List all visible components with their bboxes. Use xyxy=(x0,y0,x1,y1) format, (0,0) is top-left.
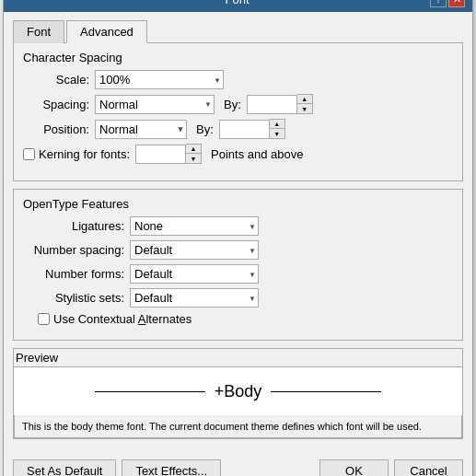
spacing-by-spinner: ▲ ▼ xyxy=(247,94,313,114)
kerning-checkbox-label: Kerning for fonts: xyxy=(23,147,130,161)
spacing-by-label: By: xyxy=(224,98,241,111)
spacing-by-input[interactable] xyxy=(247,95,297,114)
preview-line-left xyxy=(95,391,205,392)
spacing-select[interactable]: Normal Expanded Condensed xyxy=(95,95,215,114)
close-button[interactable]: ✕ xyxy=(448,0,465,7)
scale-label: Scale: xyxy=(23,73,89,87)
contextual-alternates-label: Use Contextual Alternates xyxy=(38,312,192,326)
cancel-button[interactable]: Cancel xyxy=(394,459,463,476)
ligatures-select[interactable]: None Standard Only Standard and Contextu… xyxy=(130,216,259,236)
stylistic-sets-select[interactable]: Default xyxy=(130,288,259,308)
bottom-bar: Set As Default Text Effects... OK Cancel xyxy=(4,454,472,476)
position-by-label: By: xyxy=(196,122,214,136)
spacing-select-wrap: Normal Expanded Condensed xyxy=(95,95,215,114)
title-bar: Font ? ✕ xyxy=(4,0,472,12)
spacing-by-spinner-btns: ▲ ▼ xyxy=(297,94,313,114)
scale-select-wrap: 100% 80% 90% 110% 120% 150% 200% xyxy=(95,70,224,89)
tab-font[interactable]: Font xyxy=(13,20,64,43)
preview-line-right xyxy=(271,391,381,392)
position-select-wrap: Normal Raised Lowered ▼ xyxy=(95,120,187,139)
kerning-increment[interactable]: ▲ xyxy=(186,145,201,154)
position-by-spinner-btns: ▲ ▼ xyxy=(270,119,285,139)
contextual-alternates-row: Use Contextual Alternates xyxy=(23,312,453,326)
position-by-spinner: ▲ ▼ xyxy=(219,119,285,139)
spacing-label: Spacing: xyxy=(23,98,89,111)
number-spacing-select-wrap: Default Proportional Tabular xyxy=(130,240,259,260)
tab-advanced[interactable]: Advanced xyxy=(66,20,147,43)
stylistic-sets-label: Stylistic sets: xyxy=(23,291,124,305)
position-by-decrement[interactable]: ▼ xyxy=(270,129,284,138)
kerning-checkbox[interactable] xyxy=(23,148,35,160)
preview-text: +Body xyxy=(215,382,262,401)
kerning-input[interactable] xyxy=(135,145,186,164)
character-spacing-label: Character Spacing xyxy=(23,51,453,64)
position-label: Position: xyxy=(23,122,89,136)
set-as-default-button[interactable]: Set As Default xyxy=(13,459,116,476)
spacing-row: Spacing: Normal Expanded Condensed By: ▲… xyxy=(23,94,453,114)
preview-label: Preview xyxy=(14,349,462,367)
number-forms-select-wrap: Default Lining Old-style xyxy=(130,264,259,284)
contextual-alternates-checkbox[interactable] xyxy=(38,313,50,325)
text-effects-button[interactable]: Text Effects... xyxy=(122,459,221,476)
spacing-by-decrement[interactable]: ▼ xyxy=(297,104,312,113)
font-dialog: Font ? ✕ Font Advanced Character Spacing… xyxy=(3,0,473,476)
position-by-increment[interactable]: ▲ xyxy=(270,120,284,129)
character-spacing-section: Character Spacing Scale: 100% 80% 90% 11… xyxy=(13,42,463,181)
position-row: Position: Normal Raised Lowered ▼ By: ▲ … xyxy=(23,119,453,139)
title-bar-controls: ? ✕ xyxy=(430,0,465,7)
preview-description: This is the body theme font. The current… xyxy=(14,415,462,438)
tab-bar: Font Advanced xyxy=(13,19,463,42)
ligatures-label: Ligatures: xyxy=(23,219,124,233)
scale-row: Scale: 100% 80% 90% 110% 120% 150% 200% xyxy=(23,70,453,89)
kerning-row: Kerning for fonts: ▲ ▼ Points and above xyxy=(23,144,453,164)
number-forms-label: Number forms: xyxy=(23,267,124,281)
dialog-body: Font Advanced Character Spacing Scale: 1… xyxy=(4,12,472,454)
kerning-decrement[interactable]: ▼ xyxy=(186,154,201,163)
position-select[interactable]: Normal Raised Lowered xyxy=(95,120,187,139)
left-buttons: Set As Default Text Effects... xyxy=(13,459,221,476)
preview-inner: +Body xyxy=(14,367,462,415)
stylistic-sets-row: Stylistic sets: Default xyxy=(23,288,453,308)
opentype-label: OpenType Features xyxy=(23,197,453,211)
number-forms-row: Number forms: Default Lining Old-style xyxy=(23,264,453,284)
help-button[interactable]: ? xyxy=(430,0,447,7)
right-buttons: OK Cancel xyxy=(319,459,463,476)
number-spacing-select[interactable]: Default Proportional Tabular xyxy=(130,240,259,260)
spacing-by-increment[interactable]: ▲ xyxy=(297,95,312,104)
ligatures-select-wrap: None Standard Only Standard and Contextu… xyxy=(130,216,259,236)
kerning-spinner-btns: ▲ ▼ xyxy=(186,144,202,164)
stylistic-sets-select-wrap: Default xyxy=(130,288,259,308)
points-label: Points and above xyxy=(211,147,303,161)
number-forms-select[interactable]: Default Lining Old-style xyxy=(130,264,259,284)
number-spacing-row: Number spacing: Default Proportional Tab… xyxy=(23,240,453,260)
kerning-spinner: ▲ ▼ xyxy=(135,144,202,164)
scale-select[interactable]: 100% 80% 90% 110% 120% 150% 200% xyxy=(95,70,224,89)
preview-section: Preview +Body This is the body theme fon… xyxy=(13,348,463,439)
dialog-title: Font xyxy=(44,0,430,6)
number-spacing-label: Number spacing: xyxy=(23,243,124,257)
position-by-input[interactable] xyxy=(219,120,270,139)
ligatures-row: Ligatures: None Standard Only Standard a… xyxy=(23,216,453,236)
opentype-section: OpenType Features Ligatures: None Standa… xyxy=(13,189,463,341)
ok-button[interactable]: OK xyxy=(319,459,389,476)
